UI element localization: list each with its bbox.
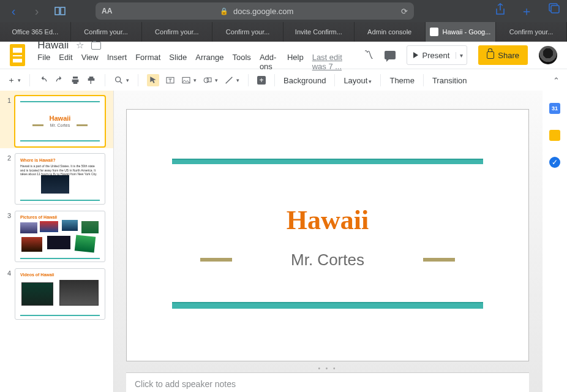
svg-point-2	[116, 77, 121, 82]
browser-tab-active[interactable]: Hawaii - Goog...	[426, 22, 497, 42]
textbox-tool[interactable]	[165, 75, 175, 85]
slides-app-icon[interactable]	[10, 44, 25, 66]
shape-tool[interactable]: ▾	[203, 75, 218, 85]
browser-tab[interactable]: Admin console	[355, 22, 426, 42]
select-tool[interactable]	[147, 74, 159, 86]
docs-titlebar: Hawaii ☆ File Edit View Insert Format Sl…	[0, 42, 567, 69]
transition-button[interactable]: Transition	[432, 76, 467, 85]
menu-file[interactable]: File	[37, 53, 50, 71]
decorative-bar-top	[172, 159, 483, 164]
tabs-overview-icon[interactable]	[547, 3, 560, 20]
browser-tab[interactable]: Confirm your...	[496, 22, 567, 42]
thumb-row[interactable]: 3 Pictures of Hawaii	[0, 206, 113, 263]
slide-title[interactable]: Hawaii	[127, 205, 528, 236]
layout-button[interactable]: Layout▾	[344, 76, 372, 85]
slide-canvas[interactable]: Hawaii Mr. Cortes	[126, 109, 529, 361]
paint-format-button[interactable]	[86, 75, 96, 85]
move-to-folder-icon[interactable]	[91, 42, 101, 50]
last-edit-link[interactable]: Last edit was 7 ...	[312, 53, 352, 71]
star-icon[interactable]: ☆	[76, 40, 84, 51]
menu-insert[interactable]: Insert	[107, 53, 127, 71]
thumb-row[interactable]: 4 Videos of Hawaii	[0, 263, 113, 321]
decorative-dash	[423, 258, 455, 262]
play-icon	[413, 52, 418, 58]
image-tool[interactable]: ▾	[181, 75, 197, 85]
redo-button[interactable]	[54, 75, 64, 85]
notes-resize-handle[interactable]: • • •	[126, 365, 529, 371]
collapse-toolbar-icon[interactable]: ⌃	[553, 76, 560, 85]
slide-thumbnail-panel: 1 Hawaii Mr. Cortes 2 Where is Hawaii? H…	[0, 91, 114, 392]
slide-thumbnail[interactable]: Videos of Hawaii	[15, 268, 105, 320]
slide-thumbnail[interactable]: Where is Hawaii? Hawaii is a part of the…	[15, 153, 105, 205]
menu-format[interactable]: Format	[135, 53, 160, 71]
menu-view[interactable]: View	[81, 53, 99, 71]
keep-icon[interactable]	[549, 130, 560, 141]
decorative-bar-bottom	[172, 302, 483, 309]
new-slide-button[interactable]: ＋▾	[7, 75, 21, 86]
share-ios-icon[interactable]	[495, 3, 506, 20]
bookmarks-icon[interactable]	[54, 6, 66, 16]
theme-button[interactable]: Theme	[389, 76, 414, 85]
lock-share-icon	[487, 51, 494, 59]
account-avatar[interactable]	[539, 46, 557, 64]
reader-aa-icon[interactable]: AA	[102, 7, 112, 15]
slide-thumbnail[interactable]: Hawaii Mr. Cortes	[15, 96, 105, 147]
background-button[interactable]: Background	[284, 76, 326, 85]
thumb-row[interactable]: 2 Where is Hawaii? Hawaii is a part of t…	[0, 148, 113, 206]
slide-thumbnail[interactable]: Pictures of Hawaii	[15, 211, 105, 262]
toolbar: ＋▾ ▾ ▾ ▾ ▾ + Background Layout▾ Theme Tr…	[0, 69, 567, 92]
undo-button[interactable]	[39, 75, 48, 85]
share-button[interactable]: Share	[478, 45, 528, 65]
present-dropdown[interactable]: ▾	[456, 52, 467, 59]
menu-tools[interactable]: Tools	[233, 53, 251, 71]
slide-subtitle[interactable]: Mr. Cortes	[127, 251, 528, 270]
reload-icon[interactable]: ⟳	[401, 7, 408, 16]
present-button[interactable]: Present	[407, 51, 456, 60]
present-button-group: Present ▾	[407, 45, 467, 65]
speaker-notes[interactable]: Click to add speaker notes	[126, 372, 529, 392]
svg-rect-1	[551, 6, 559, 13]
url-host: docs.google.com	[233, 7, 293, 16]
back-button[interactable]: ‹	[7, 4, 20, 18]
menu-help[interactable]: Help	[287, 53, 304, 71]
tasks-icon[interactable]: ✓	[549, 157, 560, 168]
slides-favicon	[430, 28, 438, 36]
menu-addons[interactable]: Add-ons	[260, 53, 279, 71]
menu-slide[interactable]: Slide	[169, 53, 187, 71]
comments-icon[interactable]	[385, 51, 396, 59]
insert-comment-button[interactable]: +	[257, 76, 266, 85]
address-bar[interactable]: AA 🔒 docs.google.com ⟳	[96, 2, 414, 20]
line-tool[interactable]: ▾	[224, 75, 239, 85]
safari-top-bar: ‹ › AA 🔒 docs.google.com ⟳ ＋	[0, 0, 567, 22]
calendar-icon[interactable]: 31	[549, 103, 560, 114]
document-title[interactable]: Hawaii	[37, 39, 69, 51]
thumb-row[interactable]: 1 Hawaii Mr. Cortes	[0, 91, 113, 148]
lock-icon: 🔒	[220, 7, 228, 15]
forward-button[interactable]: ›	[31, 4, 43, 18]
new-tab-icon[interactable]: ＋	[520, 3, 533, 20]
menu-edit[interactable]: Edit	[59, 53, 72, 71]
zoom-button[interactable]: ▾	[114, 75, 129, 85]
side-panel: 31 ✓	[543, 91, 567, 392]
menu-bar: File Edit View Insert Format Slide Arran…	[37, 53, 351, 71]
slide-canvas-area[interactable]: Hawaii Mr. Cortes • • • Click to add spe…	[114, 91, 543, 392]
explore-trend-icon[interactable]: 〽	[364, 50, 374, 61]
print-button[interactable]	[70, 75, 80, 85]
menu-arrange[interactable]: Arrange	[195, 53, 223, 71]
